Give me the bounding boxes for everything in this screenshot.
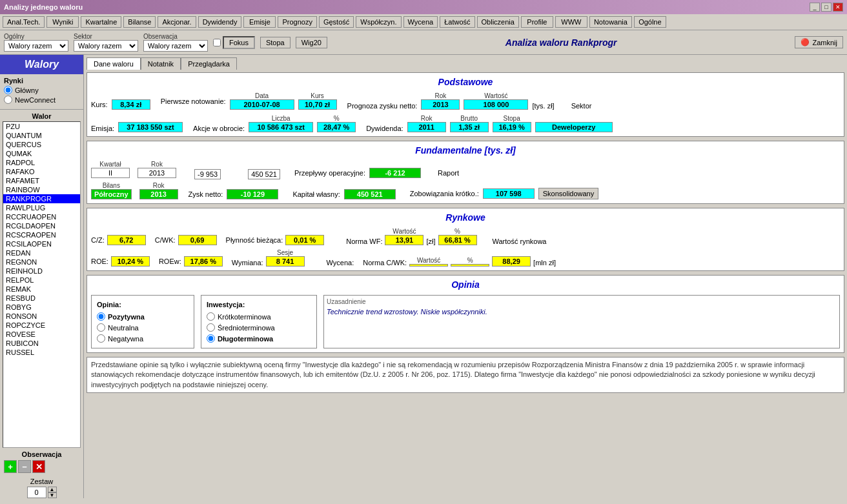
wspolcz-button[interactable]: Współczyn.	[356, 16, 401, 28]
obliczenia-button[interactable]: Obliczenia	[477, 16, 519, 28]
cz-label: C/Z:	[91, 236, 105, 244]
list-item[interactable]: RCGLDAOPEN	[3, 221, 80, 230]
title-bar: Analizy jednego waloru _ □ ✕	[0, 0, 847, 14]
kurs-label: Kurs:	[91, 101, 108, 108]
radio-negatywna[interactable]: Negatywna	[97, 334, 189, 343]
sektor-label: Sektor	[74, 33, 138, 40]
emisje-button[interactable]: Emisje	[243, 16, 276, 28]
obserwacja-label: Obserwacja	[143, 33, 208, 40]
stopa-button[interactable]: Stopa	[260, 37, 291, 48]
tab-notatnik[interactable]: Notatnik	[141, 57, 181, 70]
maximize-button[interactable]: □	[821, 3, 832, 12]
obserwacja-controls: + − ✕	[4, 460, 79, 473]
ogolne-button[interactable]: Ogólne	[634, 16, 666, 28]
list-item[interactable]: RESBUD	[3, 294, 80, 303]
list-item[interactable]: QUERCUS	[3, 140, 80, 149]
list-item[interactable]: RONSON	[3, 312, 80, 321]
zysk-value2: -10 129	[227, 189, 278, 199]
wig20-button[interactable]: Wig20	[296, 37, 327, 48]
ogolny-select[interactable]: Walory razem	[4, 40, 68, 52]
spinner-up[interactable]: ▲	[48, 487, 57, 492]
list-item[interactable]: RANKPROGR	[3, 194, 80, 203]
list-item[interactable]: RADPOL	[3, 158, 80, 167]
radio-neutralna[interactable]: Neutralna	[97, 323, 189, 332]
skonsolidowany-button[interactable]: Skonsolidowany	[538, 188, 599, 199]
fokus-checkbox[interactable]	[213, 39, 221, 46]
akcje-label: Akcje w obrocie:	[193, 125, 245, 132]
rynki-label: Rynki	[4, 77, 79, 85]
wartosc-rynkowa-label: Wartość rynkowa	[493, 237, 547, 245]
zamknij-button[interactable]: 🔴 Zamknij	[795, 36, 843, 48]
zestaw-label: Zestaw	[30, 478, 53, 485]
akcje-procent: 28,47 %	[317, 122, 356, 132]
obs-add-button[interactable]: +	[4, 460, 17, 473]
list-item[interactable]: REDAN	[3, 248, 80, 257]
www-button[interactable]: WWW	[555, 16, 587, 28]
sektor-select[interactable]: Walory razem	[74, 40, 138, 52]
wyniki-button[interactable]: Wyniki	[46, 16, 79, 28]
list-item[interactable]: ROBYG	[3, 303, 80, 312]
tab-przegladarka[interactable]: Przeglądarka	[181, 57, 237, 70]
list-item[interactable]: RUBICON	[3, 339, 80, 348]
anal-tech-button[interactable]: Anal.Tech.	[3, 16, 45, 28]
wartosc-norma-label: Wartość	[393, 228, 416, 235]
kurs-value2: 10,70 zł	[298, 99, 337, 110]
obs-delete-button[interactable]: ✕	[32, 460, 45, 473]
radio-glowny[interactable]: Główny	[4, 86, 79, 94]
list-item[interactable]: REGNON	[3, 257, 80, 267]
walor-list[interactable]: PZUQUANTUMQUERCUSQUMAKRADPOLRAFAKORAFAME…	[3, 121, 81, 448]
list-item[interactable]: ROPCZYCE	[3, 321, 80, 330]
list-item[interactable]: RAINBOW	[3, 185, 80, 194]
bilanse-button[interactable]: Bilanse	[123, 16, 156, 28]
list-item[interactable]: ROVESE	[3, 330, 80, 339]
list-item[interactable]: RCSILAOPEN	[3, 239, 80, 248]
latwosc-button[interactable]: Łatwość	[440, 16, 475, 28]
close-button[interactable]: ✕	[833, 3, 843, 12]
gestosc-button[interactable]: Gęstość	[319, 16, 354, 28]
list-item[interactable]: RAFAMET	[3, 176, 80, 185]
dywidendy-button[interactable]: Dywidendy	[198, 16, 242, 28]
list-item[interactable]: RCSCRAOPEN	[3, 230, 80, 239]
minimize-button[interactable]: _	[810, 3, 820, 12]
radio-newconnect[interactable]: NewConnect	[4, 96, 79, 104]
raport-label: Raport	[438, 169, 459, 177]
rynkowe-section: Rynkowe C/Z: 6,72 C/WK: 0,69 Płynność bi…	[87, 208, 844, 271]
list-item[interactable]: PZU	[3, 122, 80, 131]
kapital-label: Kapitał własny:	[292, 190, 340, 198]
podstawowe-title: Podstawowe	[91, 77, 840, 87]
fund-rok2-sublabel: Rok	[153, 182, 165, 189]
akcjonar-button[interactable]: Akcjonar.	[158, 16, 196, 28]
list-item[interactable]: QUMAK	[3, 149, 80, 158]
wycena-button[interactable]: Wycena	[403, 16, 438, 28]
akcje-proc-sublabel: %	[334, 115, 340, 122]
zestaw-input[interactable]	[27, 487, 46, 498]
spinner-arrows: ▲ ▼	[48, 487, 57, 498]
notowania-button[interactable]: Notowania	[589, 16, 632, 28]
list-item[interactable]: RUSSEL	[3, 348, 80, 357]
radio-krotkoterm[interactable]: Krótkoterminowa	[207, 312, 311, 321]
list-item[interactable]: QUANTUM	[3, 131, 80, 140]
obserwacja-select[interactable]: Walory razem	[143, 40, 208, 52]
spinner-down[interactable]: ▼	[48, 492, 57, 498]
kwartalne-button[interactable]: Kwartalne	[81, 16, 121, 28]
radio-sredniterm[interactable]: Średnioterminowa	[207, 323, 311, 332]
list-item[interactable]: REINHOLD	[3, 267, 80, 276]
list-item[interactable]: RAWLPLUG	[3, 203, 80, 212]
list-item[interactable]: REMAK	[3, 285, 80, 294]
sektor-group: Sektor Walory razem	[74, 33, 138, 52]
fund-rok-sublabel: Rok	[151, 161, 163, 168]
zysk-netto-label: Zysk netto:	[189, 190, 223, 198]
list-item[interactable]: RAFAKO	[3, 167, 80, 176]
tab-dane-waloru[interactable]: Dane waloru	[87, 57, 141, 70]
radio-pozytywna[interactable]: Pozytywna	[97, 312, 189, 321]
obs-remove-button[interactable]: −	[18, 460, 31, 473]
list-item[interactable]: RCCRUAOPEN	[3, 212, 80, 221]
list-item[interactable]: RELPOL	[3, 276, 80, 285]
profile-button[interactable]: Profile	[521, 16, 553, 28]
radio-dlugoterm[interactable]: Długoterminowa	[207, 334, 311, 343]
akcje-liczba: 10 586 473 szt	[249, 122, 313, 132]
disclaimer-text: Przedstawiane opinie są tylko i wyłączni…	[91, 361, 815, 388]
rok2-sublabel: Rok	[421, 115, 433, 122]
inwestycja-box: Inwestycja: Krótkoterminowa Średniotermi…	[201, 295, 317, 348]
prognozy-button[interactable]: Prognozy	[278, 16, 316, 28]
